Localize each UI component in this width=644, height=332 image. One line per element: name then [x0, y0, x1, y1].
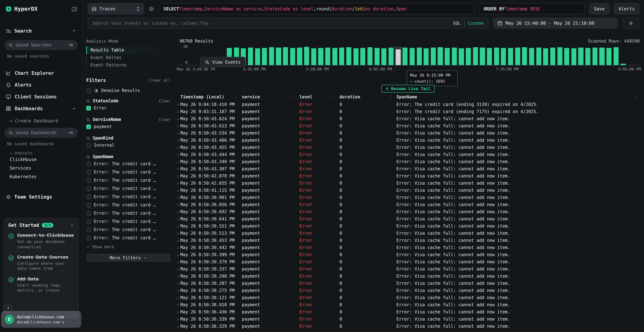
row-expand-chevron[interactable]: ›: [175, 202, 180, 207]
sidebar-item-search[interactable]: Search: [0, 24, 82, 36]
chart-bar[interactable]: [424, 48, 428, 65]
checkbox[interactable]: [86, 219, 91, 224]
table-row[interactable]: ›May 26 8:50:43.613 PMpaymentError0Error…: [175, 122, 640, 130]
checkbox[interactable]: [86, 203, 91, 207]
chart-bar[interactable]: [353, 48, 358, 65]
denoise-results-option[interactable]: Denoise Results: [86, 88, 171, 93]
chevron-up-icon[interactable]: [72, 28, 76, 33]
table-row[interactable]: ›May 26 8:50:43.534 PMpaymentError0Error…: [175, 130, 640, 137]
column-menu-icon[interactable]: ⋮: [332, 94, 340, 100]
filter-option[interactable]: ✓Error: [86, 104, 171, 112]
chart-bar[interactable]: [368, 47, 372, 65]
user-menu[interactable]: D dale@clickhouse.com dale@clickhouse.co…: [1, 311, 81, 328]
row-expand-chevron[interactable]: ›: [175, 166, 180, 172]
source-settings-gear-icon[interactable]: [148, 6, 154, 12]
table-row[interactable]: ›May 26 8:50:39.692 PMpaymentError0Error…: [175, 208, 640, 215]
row-expand-chevron[interactable]: ›: [175, 130, 180, 136]
chart-bar[interactable]: [396, 49, 400, 65]
chart-bar[interactable]: [585, 48, 590, 65]
get-started-step[interactable]: Create Data Sources Configure where your…: [8, 254, 74, 272]
filter-option[interactable]: ✓payment: [86, 123, 171, 130]
chevron-up-icon[interactable]: [72, 106, 76, 111]
chart-bar[interactable]: [501, 48, 506, 65]
row-expand-chevron[interactable]: ›: [175, 245, 180, 250]
chevron-up-icon[interactable]: [70, 223, 74, 227]
row-expand-chevron[interactable]: ›: [175, 288, 180, 293]
table-row[interactable]: ›May 26 8:50:43.624 PMpaymentError0Error…: [175, 115, 640, 122]
row-expand-chevron[interactable]: ›: [175, 102, 180, 107]
table-row[interactable]: ›May 26 9:03:31.187 PMpaymentError0Error…: [175, 108, 640, 115]
table-row[interactable]: ›May 26 8:50:36.329 PMpaymentError0Error…: [175, 323, 640, 330]
row-expand-chevron[interactable]: ›: [175, 252, 180, 258]
checkbox[interactable]: [86, 178, 91, 183]
checkbox[interactable]: [86, 194, 91, 199]
table-row[interactable]: ›May 26 8:50:43.349 PMpaymentError0Error…: [175, 158, 640, 165]
chart-bar[interactable]: [374, 48, 380, 65]
checkbox[interactable]: [86, 143, 91, 148]
sidebar-item-team-settings[interactable]: Team Settings: [0, 190, 82, 202]
table-row[interactable]: ›May 26 8:50:39.379 PMpaymentError0Error…: [175, 258, 640, 266]
table-row[interactable]: ›May 26 8:50:39.275 PMpaymentError0Error…: [175, 287, 640, 294]
row-expand-chevron[interactable]: ›: [175, 238, 180, 243]
row-expand-chevron[interactable]: ›: [175, 152, 180, 157]
checkbox[interactable]: [86, 170, 91, 174]
table-row[interactable]: ›May 26 8:50:39.901 PMpaymentError0Error…: [175, 194, 640, 201]
chart-bar[interactable]: [487, 48, 492, 65]
chart-bar[interactable]: [248, 48, 253, 65]
chart-bar[interactable]: [318, 48, 323, 65]
chart-bar[interactable]: [571, 48, 576, 65]
chart-bar[interactable]: [382, 48, 386, 65]
view-events-button[interactable]: View Events: [200, 57, 246, 67]
saved-searches-field[interactable]: [16, 42, 66, 48]
create-dashboard-button[interactable]: + Create Dashboard: [0, 114, 82, 124]
analysis-mode-event-patterns[interactable]: Event Patterns: [86, 62, 171, 69]
row-expand-chevron[interactable]: ›: [175, 295, 180, 300]
table-row[interactable]: ›May 26 8:50:39.442 PMpaymentError0Error…: [175, 244, 640, 251]
table-row[interactable]: ›May 26 8:50:38.918 PMpaymentError0Error…: [175, 301, 640, 308]
chart-bar[interactable]: [311, 48, 316, 65]
chart-bar[interactable]: [402, 48, 408, 65]
row-expand-chevron[interactable]: ›: [175, 180, 180, 186]
filter-option[interactable]: Error: The credit card …: [86, 202, 171, 208]
chart-bar[interactable]: [620, 64, 626, 65]
column-menu-icon[interactable]: ⋮: [292, 94, 300, 100]
row-expand-chevron[interactable]: ›: [175, 281, 180, 286]
saved-dashboards-field[interactable]: [16, 130, 66, 135]
table-row[interactable]: ›May 26 8:50:36.339 PMpaymentError0Error…: [175, 316, 640, 323]
filter-option[interactable]: Error: The credit card …: [86, 160, 171, 168]
checkbox[interactable]: [86, 186, 91, 191]
table-row[interactable]: ›May 26 8:50:36.436 PMpaymentError0Error…: [175, 308, 640, 316]
table-row[interactable]: ›May 26 8:50:39.453 PMpaymentError0Error…: [175, 237, 640, 244]
row-expand-chevron[interactable]: ›: [175, 324, 180, 329]
row-expand-chevron[interactable]: ›: [175, 116, 180, 122]
chart-bar[interactable]: [614, 48, 618, 65]
sidebar-item-kubernetes[interactable]: Kubernetes: [0, 172, 82, 181]
chart-bar[interactable]: [276, 48, 281, 65]
presets-header[interactable]: PRESETS: [10, 151, 76, 155]
row-expand-chevron[interactable]: ›: [175, 309, 180, 315]
table-row[interactable]: ›May 26 8:50:39.287 PMpaymentError0Error…: [175, 280, 640, 287]
filter-option[interactable]: Error: The credit card …: [86, 218, 171, 225]
table-row[interactable]: ›May 26 8:50:42.655 PMpaymentError0Error…: [175, 180, 640, 187]
row-expand-chevron[interactable]: ›: [175, 195, 180, 200]
chart-bar[interactable]: [452, 48, 457, 65]
checkbox[interactable]: [86, 227, 91, 232]
checkbox[interactable]: [86, 211, 91, 216]
row-expand-chevron[interactable]: ›: [175, 259, 180, 264]
sidebar-item-dashboards[interactable]: Dashboards: [0, 103, 82, 114]
chart-bar[interactable]: [606, 48, 612, 65]
filter-option[interactable]: Error: The credit card …: [86, 177, 171, 184]
sql-query-editor[interactable]: SELECT Timestamp, ServiceName as service…: [159, 3, 474, 14]
save-button[interactable]: Save: [589, 3, 609, 14]
chart-bar[interactable]: [578, 48, 583, 65]
chart-bar[interactable]: [262, 48, 267, 65]
chart-bar[interactable]: [543, 48, 548, 65]
checkbox[interactable]: ✓: [86, 106, 91, 110]
chart-bar[interactable]: [592, 48, 598, 65]
get-started-header[interactable]: Get Started 3/3: [8, 222, 74, 228]
lang-lucene[interactable]: Lucene: [468, 20, 484, 26]
filter-option[interactable]: Error: The credit card …: [86, 193, 171, 200]
chart-bar[interactable]: [529, 48, 534, 65]
more-filters-button[interactable]: More filters: [86, 254, 171, 262]
checkbox[interactable]: [86, 88, 91, 93]
